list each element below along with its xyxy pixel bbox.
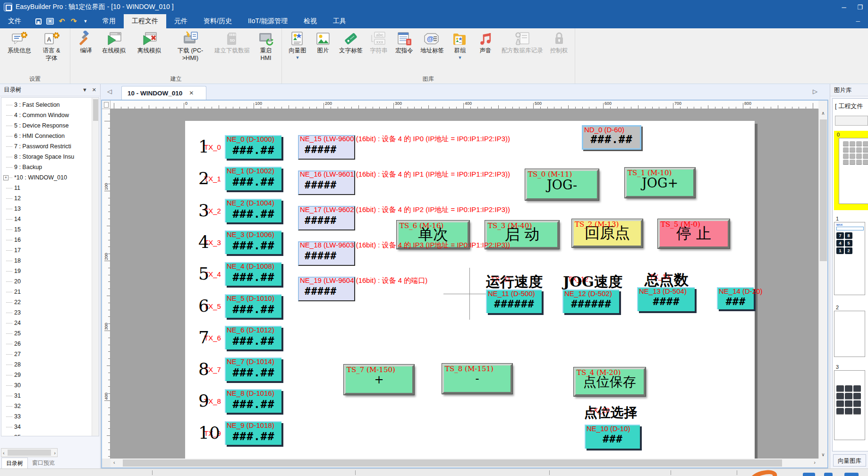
scroll-down-icon[interactable]: ∨ [819,452,827,457]
tree-item[interactable]: + 11 [1,183,91,193]
scroll-left-icon[interactable]: ‹ [1,450,6,456]
jog-speed-display[interactable]: NE_12 (D-502) ###### [562,289,619,313]
axis-number-text[interactable]: 2 [198,169,209,188]
tree-item[interactable]: + 35 [1,432,91,436]
axis-number-text[interactable]: 9 [198,391,209,410]
design-canvas[interactable]: TX_0 1 NE_0 (D-1000) ###.## TX_1 2 [111,109,818,459]
tree-item[interactable]: + 33 [1,411,91,422]
menu-tab-object[interactable]: 元件 [166,14,196,28]
tree-item[interactable]: + 4 : Common Window [1,110,91,120]
numeric-display[interactable]: NE_5 (D-1010) ###.## [225,294,281,318]
chevron-down-icon[interactable]: ▼ [81,17,90,25]
tab-object-tree[interactable]: 目录树 [1,458,28,468]
undo-icon[interactable]: ↶ [58,17,66,25]
library-item-2[interactable]: 2 [834,305,868,360]
chevron-down-icon[interactable]: ▼ [458,55,462,61]
axis-number-text[interactable]: 8 [198,359,209,379]
menu-tab-view[interactable]: 检视 [296,14,325,28]
restore-button[interactable]: ❐ [852,0,868,14]
sound-library-button[interactable]: 声音 [473,30,498,74]
tree-item[interactable]: + 22 [1,297,91,307]
tree-item[interactable]: + 25 [1,328,91,339]
total-points-display[interactable]: NE_13 (D-504) #### [637,287,695,311]
close-icon[interactable]: ✕ [189,90,194,96]
tree-item[interactable]: + 18 [1,255,91,266]
reboot-hmi-button[interactable]: 重启 HMI [253,30,279,74]
tree-item[interactable]: + 14 [1,214,91,224]
menu-tab-project[interactable]: 工程文件 [124,14,166,28]
chevron-down-icon[interactable]: ▼ [296,55,300,61]
tree-item[interactable]: + 9 : Backup [1,162,91,172]
axis-number-text[interactable]: 3 [198,201,209,220]
tree-item[interactable]: + 15 [1,224,91,235]
library-item-1[interactable]: 1 MAX 784512 [834,216,868,302]
point-select-display[interactable]: NE_10 (D-10) ### [585,425,640,449]
home-button[interactable]: TS_2 (M-13) 回原点 [572,219,643,247]
shape-library-button[interactable]: 向量图 ▼ [285,30,310,74]
axis-number-text[interactable]: 4 [198,232,209,252]
ne14-display[interactable]: NE_14 (D-20) ### [717,287,754,309]
library-item-0[interactable]: 0 [834,131,868,210]
tree-item[interactable]: + 19 [1,266,91,276]
scroll-right-icon[interactable]: › [814,459,816,465]
tree-item[interactable]: + 6 : HMI Connection [1,131,91,141]
axis-number-text[interactable]: 6 [198,296,209,315]
system-info-button[interactable]: 系统信息 [3,30,36,74]
tree-item[interactable]: + 26 [1,339,91,349]
text-label-button[interactable]: 文字标签 [336,30,366,74]
canvas-hscrollbar[interactable]: ‹ › [111,459,818,468]
tree-item[interactable]: + 29 [1,370,91,380]
document-tab[interactable]: 10 - WINDOW_010 ✕ [121,86,206,100]
tab-window-preview[interactable]: 窗口预览 [28,458,59,468]
compile-button[interactable]: 编译 [73,30,99,74]
tree-hscrollbar[interactable]: ‹ › [1,448,58,457]
numeric-display[interactable]: NE_7 (D-1014) ###.## [225,357,281,381]
point-select-label[interactable]: TX_10 点位选择 [584,404,637,422]
decrement-button[interactable]: TS_8 (M-151) - [442,364,512,394]
tab-scroll-right-icon[interactable]: ▷ [813,88,817,95]
stop-button[interactable]: TS_5 (M-0) 停 止 [658,219,730,248]
axis-number-text[interactable]: 1 [198,137,209,156]
jog-minus-button[interactable]: TS_0 (M-11) JOG- [525,169,599,200]
menu-tab-tool[interactable]: 工具 [325,14,354,28]
menu-tab-common[interactable]: 常用 [94,14,124,28]
tab-scroll-left-icon[interactable]: ◁ [107,88,112,95]
online-simulation-button[interactable]: 在线模拟 [99,30,129,74]
tree-item[interactable]: + 3 : Fast Selection [1,100,91,110]
tree-item[interactable]: + 34 [1,422,91,432]
tree-item[interactable]: + 8 : Storage Space Insu [1,152,91,162]
numeric-display[interactable]: NE_1 (D-1002) ###.## [225,167,281,190]
numeric-display[interactable]: NE_2 (D-1004) ###.## [225,199,281,222]
scroll-right-icon[interactable]: › [52,450,57,456]
jog-plus-button[interactable]: TS_1 (M-10) JOG+ [625,168,695,198]
numeric-display[interactable]: NE_3 (D-1006) ###.## [225,230,281,254]
numeric-display[interactable]: NE_4 (D-1008) ###.## [225,262,281,286]
offline-simulation-button[interactable]: 离线模拟 [129,30,170,74]
tree-item[interactable]: + 27 [1,349,91,359]
tab-vector-library[interactable]: 向量图库 [833,454,866,467]
numeric-display[interactable]: NE_8 (D-1016) ###.## [225,389,281,413]
jog-speed-label[interactable]: TX_12 JOG速度 [563,272,622,292]
tree-item[interactable]: + 7 : Password Restricti [1,141,91,152]
tree-item[interactable]: + 24 [1,318,91,328]
tree-scrollbar[interactable] [92,98,99,436]
ribbon-collapse-button[interactable]: ─ [848,14,868,28]
tree-item[interactable]: + 20 [1,276,91,287]
chevron-down-icon[interactable]: ▼ [82,87,87,93]
redo-icon[interactable]: ↷ [69,17,78,25]
language-font-button[interactable]: A 语言 & 字体 [36,30,67,74]
minimize-button[interactable]: ─ [836,0,852,14]
group-library-button[interactable]: 群组 ▼ [447,30,473,74]
canvas-vscrollbar[interactable]: ∧ ∨ [818,109,827,459]
tree-item[interactable]: + 31 [1,391,91,401]
run-speed-display[interactable]: NE_11 (D-500) ###### [486,289,542,313]
download-button[interactable]: 下载 (PC->HMI) [170,30,211,74]
numeric-display-nd0[interactable]: ND_0 (D-60) ###.## [582,125,641,150]
picture-library-button[interactable]: 图片 [310,30,336,74]
axis-number-text[interactable]: 5 [198,264,209,283]
numeric-display[interactable]: NE_9 (D-1018) ###.## [225,421,281,445]
increment-button[interactable]: TS_7 (M-150) + [344,365,414,395]
scroll-up-icon[interactable]: ∧ [819,110,827,116]
axis-number-text[interactable]: 7 [198,328,209,347]
menu-file[interactable]: 文件 [0,14,29,28]
